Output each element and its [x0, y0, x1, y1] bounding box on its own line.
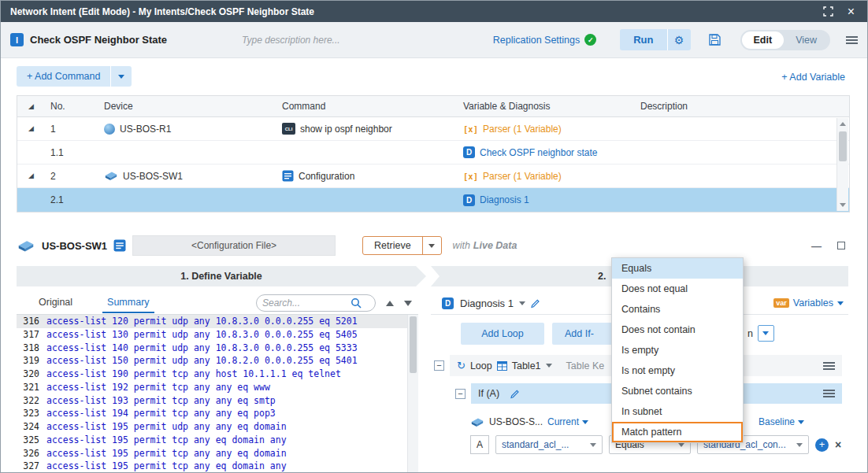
description-cell: [636, 164, 849, 187]
search-icon[interactable]: [351, 297, 362, 309]
variables-dropdown[interactable]: var Variables: [773, 297, 844, 309]
expand-row-icon[interactable]: ◢: [28, 172, 34, 179]
collapse-panel-icon[interactable]: —: [811, 240, 822, 252]
diagnosis-row-1-1[interactable]: 1.1 DCheck OSPF neighbor state: [17, 141, 849, 164]
operator-menu-item[interactable]: Equals: [612, 258, 743, 279]
code-line: 316 access-list 120 permit udp any 10.8.…: [17, 315, 418, 328]
retrieve-button[interactable]: Retrieve: [363, 237, 422, 254]
command-row-2[interactable]: ◢ 2 US-BOS-SW1 Configuration [x]Parser (…: [17, 164, 849, 188]
save-icon[interactable]: [708, 33, 721, 46]
line-text: access-list 120 permit udp any 10.8.3.0 …: [46, 315, 358, 328]
chevron-down-icon: [428, 244, 435, 248]
operator-menu-item[interactable]: Does not equal: [612, 279, 743, 299]
add-loop-button[interactable]: Add Loop: [461, 323, 544, 345]
edit-diagnosis-icon[interactable]: [530, 298, 540, 309]
operator-menu-item[interactable]: Is empty: [612, 340, 743, 360]
more-menu-button[interactable]: [846, 36, 858, 44]
operator-menu-item[interactable]: Does not contain: [612, 320, 743, 340]
code-line: 319 access-list 150 permit udp any 10.8.…: [17, 354, 418, 368]
edit-if-icon[interactable]: [510, 389, 520, 399]
collapse-loop-icon[interactable]: −: [434, 360, 444, 371]
expand-panel-icon[interactable]: [837, 242, 845, 249]
if-label: If (A): [478, 388, 499, 399]
if-menu-icon[interactable]: [823, 390, 835, 397]
operator-menu-item[interactable]: Subnet contains: [612, 381, 743, 401]
left-operand-select[interactable]: standard_acl_...: [495, 435, 603, 454]
partial-button-label[interactable]: n: [747, 328, 753, 339]
diagnosis-row-2-1-selected[interactable]: 2.1 DDiagnosis 1: [17, 188, 849, 212]
add-command-button[interactable]: + Add Command: [17, 66, 110, 87]
parser-link[interactable]: Parser (1 Variable): [483, 171, 562, 182]
switch-device-icon: [17, 240, 35, 252]
line-text: access-list 193 permit tcp any any eq sm…: [46, 394, 276, 408]
expand-row-icon[interactable]: ◢: [28, 125, 34, 132]
maximize-window-icon[interactable]: [823, 6, 833, 17]
diagnosis-link[interactable]: Check OSPF neighbor state: [480, 147, 597, 158]
code-line: 323 access-list 194 permit tcp any any e…: [17, 407, 418, 420]
run-settings-gear-icon[interactable]: ⚙: [667, 29, 691, 50]
loop-menu-icon[interactable]: [823, 362, 835, 370]
header-command: Command: [277, 96, 458, 116]
run-button[interactable]: Run: [620, 29, 666, 50]
with-live-data-label: withLive Data: [453, 240, 517, 251]
diagnosis-icon: D: [463, 194, 475, 206]
find-next-icon[interactable]: [404, 301, 412, 306]
view-toggle-button[interactable]: View: [784, 31, 829, 49]
current-select[interactable]: Current: [547, 416, 588, 427]
command-text: show ip ospf neighbor: [300, 124, 392, 135]
code-line: 325 access-list 195 permit tcp any eq do…: [17, 434, 418, 447]
line-text: access-list 195 permit tcp any eq domain…: [46, 434, 287, 447]
condition-letter: A: [470, 435, 489, 454]
router-device-icon: [104, 124, 115, 135]
diagnosis-dropdown-caret[interactable]: [519, 301, 525, 305]
scroll-up-icon[interactable]: [840, 122, 846, 126]
collapse-if-icon[interactable]: −: [455, 389, 466, 399]
device-name: US-BOS-SW1: [42, 240, 107, 252]
parser-link[interactable]: Parser (1 Variable): [483, 124, 562, 135]
expand-all-icon[interactable]: ◢: [28, 103, 34, 110]
retrieve-caret[interactable]: [422, 237, 441, 254]
configuration-file-selector[interactable]: <Configuration File>: [132, 235, 336, 256]
chevron-down-icon: [678, 443, 684, 447]
row-number: 1: [46, 117, 99, 140]
chevron-down-icon: [798, 420, 804, 424]
edit-toggle-button[interactable]: Edit: [742, 31, 785, 49]
baseline-select[interactable]: Baseline: [759, 416, 804, 427]
operator-menu-item[interactable]: In subnet: [612, 401, 743, 422]
description-input[interactable]: [242, 35, 439, 46]
table-select[interactable]: Table1: [512, 360, 541, 371]
operator-menu-item[interactable]: Is not empty: [612, 360, 743, 381]
description-cell: [636, 117, 849, 140]
table-select-caret[interactable]: [546, 364, 552, 368]
chevron-down-icon: [837, 301, 844, 305]
replication-settings-link[interactable]: Replication Settings: [493, 35, 580, 46]
diagnosis-icon: D: [463, 146, 475, 158]
add-condition-icon[interactable]: +: [815, 438, 829, 452]
operator-menu-item[interactable]: Match pattern: [612, 422, 743, 442]
add-command-caret[interactable]: [110, 66, 132, 87]
line-text: access-list 130 permit udp any 10.8.3.0 …: [46, 328, 358, 342]
dropdown-caret-button[interactable]: [758, 325, 774, 342]
tab-original[interactable]: Original: [34, 293, 77, 313]
line-number: 327: [17, 460, 46, 472]
add-variable-link[interactable]: + Add Variable: [781, 72, 845, 83]
table-scrollbar[interactable]: [836, 118, 848, 211]
delete-condition-icon[interactable]: ×: [835, 438, 841, 451]
command-row-1[interactable]: ◢ 1 US-BOS-R1 CLIshow ip ospf neighbor […: [17, 117, 849, 141]
search-input[interactable]: [262, 297, 351, 309]
scrollbar-thumb[interactable]: [839, 131, 847, 161]
command-table: ◢ No. Device Command Variable & Diagnosi…: [17, 95, 850, 212]
find-previous-icon[interactable]: [386, 301, 394, 306]
tab-summary[interactable]: Summary: [102, 293, 154, 313]
diagnosis-link[interactable]: Diagnosis 1: [480, 194, 529, 205]
operator-menu-item[interactable]: Contains: [612, 299, 743, 320]
code-scrollbar[interactable]: [407, 315, 418, 472]
scroll-down-icon[interactable]: [840, 203, 846, 207]
variables-label: Variables: [793, 297, 833, 309]
code-line: 324 access-list 195 permit udp any any e…: [17, 420, 418, 434]
close-window-icon[interactable]: ×: [848, 6, 855, 18]
variable-tabs-row: Original Summary: [17, 292, 418, 315]
line-number: 317: [17, 328, 46, 342]
table-icon: [497, 361, 507, 371]
code-scrollbar-thumb[interactable]: [410, 316, 417, 373]
